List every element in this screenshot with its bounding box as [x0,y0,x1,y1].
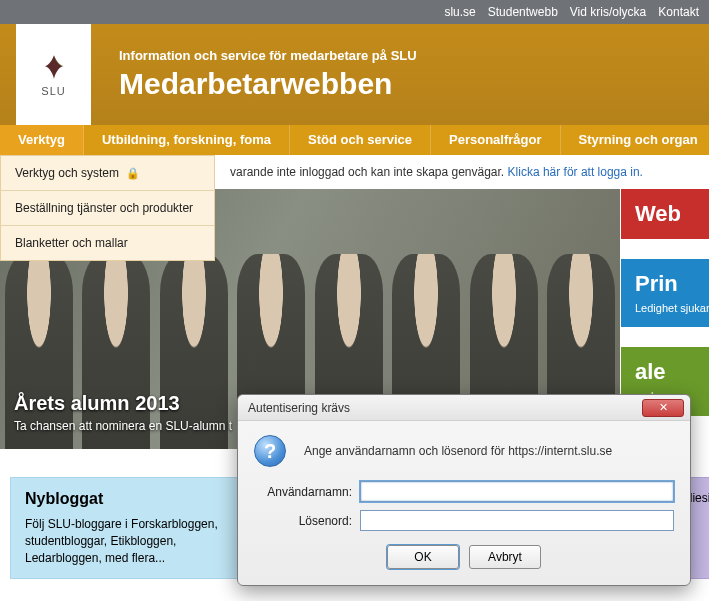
card-body: Följ SLU-bloggare i Forskarbloggen, stud… [25,516,245,566]
cancel-button[interactable]: Avbryt [469,545,541,569]
password-input[interactable] [360,510,674,531]
logo-text: SLU [41,85,65,97]
side-card-title: Web [635,201,709,227]
primary-nav: Verktyg Utbildning, forskning, foma Stöd… [0,125,709,155]
auth-dialog: Autentisering krävs ✕ ? Ange användarnam… [237,394,691,586]
slu-logo-icon [36,53,72,81]
username-input[interactable] [360,481,674,502]
card-nybloggat[interactable]: Nybloggat Följ SLU-bloggare i Forskarblo… [10,477,260,579]
login-link[interactable]: Klicka här för att logga in. [508,165,643,179]
topbar-link-slu[interactable]: slu.se [444,5,475,19]
username-label: Användarnamn: [254,485,360,499]
dropdown-item-label: Blanketter och mallar [15,236,128,250]
nav-styrning[interactable]: Styrning och organ [561,125,709,155]
side-card-body: Ledighet sjukanm [635,301,709,315]
nav-verktyg[interactable]: Verktyg [0,125,84,155]
question-icon: ? [254,435,286,467]
dropdown-blanketter[interactable]: Blanketter och mallar [1,226,214,260]
header-title: Medarbetarwebben [119,67,417,101]
header-text: Information och service för medarbetare … [119,48,417,101]
header-subtitle: Information och service för medarbetare … [119,48,417,63]
verktyg-dropdown: Verktyg och system 🔒 Beställning tjänste… [0,155,215,261]
dialog-message: Ange användarnamn och lösenord för https… [304,444,612,458]
topbar-link-kris[interactable]: Vid kris/olycka [570,5,646,19]
lock-icon: 🔒 [126,167,140,180]
side-card-web[interactable]: Web [621,189,709,239]
card-title: Nybloggat [25,490,245,508]
logo-box[interactable]: SLU [16,24,91,125]
nav-stod[interactable]: Stöd och service [290,125,431,155]
site-header: SLU Information och service för medarbet… [0,24,709,125]
side-card-title: Prin [635,271,709,297]
topbar-link-kontakt[interactable]: Kontakt [658,5,699,19]
ok-button[interactable]: OK [387,545,459,569]
auth-dialog-wrapper: Autentisering krävs ✕ ? Ange användarnam… [237,394,691,586]
topbar-link-studentwebb[interactable]: Studentwebb [488,5,558,19]
close-icon: ✕ [659,401,668,414]
login-hint-text: varande inte inloggad och kan inte skapa… [230,165,508,179]
utility-topbar: slu.se Studentwebb Vid kris/olycka Konta… [0,0,709,24]
dialog-body: ? Ange användarnamn och lösenord för htt… [238,421,690,585]
dropdown-item-label: Beställning tjänster och produkter [15,201,193,215]
dialog-title: Autentisering krävs [248,401,350,415]
hero-subtitle: Ta chansen att nominera en SLU-alumn t [14,419,232,433]
side-card-prim[interactable]: Prin Ledighet sjukanm [621,259,709,327]
password-label: Lösenord: [254,514,360,528]
nav-personal[interactable]: Personalfrågor [431,125,560,155]
side-card-title: ale [635,359,709,385]
dropdown-item-label: Verktyg och system [15,166,119,180]
hero-caption: Årets alumn 2013 Ta chansen att nominera… [14,392,232,433]
dialog-titlebar[interactable]: Autentisering krävs ✕ [238,395,690,421]
dropdown-bestallning[interactable]: Beställning tjänster och produkter [1,191,214,226]
dialog-close-button[interactable]: ✕ [642,399,684,417]
nav-utbildning[interactable]: Utbildning, forskning, foma [84,125,290,155]
dropdown-verktyg-system[interactable]: Verktyg och system 🔒 [1,156,214,191]
hero-title: Årets alumn 2013 [14,392,232,415]
